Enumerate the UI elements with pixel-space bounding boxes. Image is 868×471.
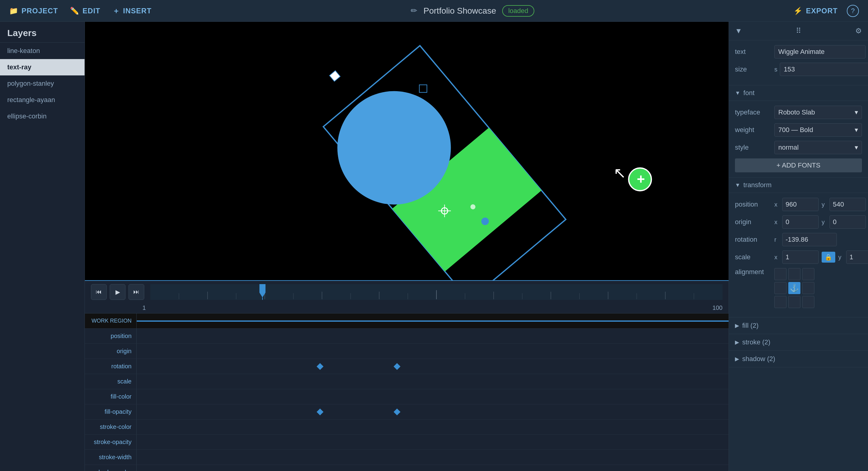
scale-row: scale x 🔒 y xyxy=(735,250,862,264)
insert-label: INSERT xyxy=(123,7,152,15)
fill-opacity-track[interactable] xyxy=(136,404,728,419)
layer-item-text-ray[interactable]: text-ray xyxy=(0,59,85,75)
work-region-label: WORK REGION xyxy=(85,318,136,324)
position-y-input[interactable] xyxy=(830,198,866,211)
origin-track[interactable] xyxy=(136,344,728,359)
timeline-row-stroke-opacity: stroke-opacity xyxy=(85,435,728,450)
keyframe-rotation-1[interactable] xyxy=(317,363,324,370)
timeline-controls: ⏮ ▶ ⏭ xyxy=(85,281,728,303)
rotation-r-input[interactable] xyxy=(782,233,837,246)
origin-y-input[interactable] xyxy=(830,215,866,229)
edit-button[interactable]: ✏️ EDIT xyxy=(70,7,100,15)
weight-dropdown[interactable]: 700 — Bold ▾ xyxy=(774,123,862,137)
timeline-content: position origin rotation xyxy=(85,329,728,471)
font-section-header[interactable]: ▼ font xyxy=(729,86,868,101)
export-button[interactable]: ⚡ EXPORT xyxy=(794,7,838,15)
typeface-value: Roboto Slab xyxy=(778,108,815,116)
help-button[interactable]: ? xyxy=(847,5,859,17)
layer-item-rectangle-ayaan[interactable]: rectangle-ayaan xyxy=(0,92,85,108)
origin-prop-label: origin xyxy=(735,218,771,226)
shadow-color-track[interactable] xyxy=(136,465,728,471)
style-dropdown[interactable]: normal ▾ xyxy=(774,141,862,154)
scale-lock-icon[interactable]: 🔒 xyxy=(822,252,835,263)
text-input[interactable] xyxy=(774,45,866,59)
position-x-input[interactable] xyxy=(782,198,818,211)
align-top-center[interactable] xyxy=(788,268,800,280)
timeline-row-stroke-width: stroke-width xyxy=(85,450,728,465)
align-bot-left[interactable] xyxy=(774,296,786,308)
grid-icon[interactable]: ⠿ xyxy=(796,27,801,35)
skip-forward-button[interactable]: ⏭ xyxy=(128,284,144,300)
timeline-start: 1 xyxy=(143,304,146,311)
align-bot-right[interactable] xyxy=(802,296,814,308)
stroke-label: stroke (2) xyxy=(742,338,770,346)
stroke-opacity-track[interactable] xyxy=(136,435,728,449)
shadow-section-header[interactable]: ▶ shadow (2) xyxy=(729,351,868,367)
right-panel: ▼ ⠿ ⚙ text size s ▼ font t xyxy=(728,22,868,471)
gear-icon[interactable]: ⚙ xyxy=(855,27,862,35)
svg-point-5 xyxy=(337,91,451,204)
edit-icon: ✏️ xyxy=(70,7,80,15)
alignment-grid-top xyxy=(774,268,814,280)
align-top-left[interactable] xyxy=(774,268,786,280)
alignment-grid-bottom xyxy=(774,296,814,308)
weight-value: 700 — Bold xyxy=(778,126,813,134)
scale-x-input[interactable] xyxy=(782,250,818,264)
origin-label: origin xyxy=(85,348,136,355)
stroke-chevron: ▶ xyxy=(735,339,739,346)
scale-y-input[interactable] xyxy=(846,250,868,264)
stroke-width-track[interactable] xyxy=(136,450,728,465)
project-button[interactable]: 📁 PROJECT xyxy=(9,7,58,15)
typeface-label: typeface xyxy=(735,108,771,116)
timeline-row-fill-color: fill-color xyxy=(85,389,728,404)
insert-button[interactable]: ＋ INSERT xyxy=(113,6,152,16)
timeline-row-position: position xyxy=(85,329,728,344)
size-prefix: s xyxy=(774,66,777,73)
timeline-row-stroke-color: stroke-color xyxy=(85,419,728,435)
typeface-dropdown[interactable]: Roboto Slab ▾ xyxy=(774,106,862,119)
fill-color-label: fill-color xyxy=(85,393,136,400)
y-label-pos: y xyxy=(822,201,828,208)
transform-section-header[interactable]: ▼ transform xyxy=(729,177,868,193)
font-section: typeface Roboto Slab ▾ weight 700 — Bold… xyxy=(729,101,868,177)
layer-item-ellipse-corbin[interactable]: ellipse-corbin xyxy=(0,108,85,125)
layer-item-polygon-stanley[interactable]: polygon-stanley xyxy=(0,75,85,92)
nav-center: ✏ Portfolio Showcase loaded xyxy=(164,5,781,16)
canvas-area[interactable]: + ↖ xyxy=(85,22,728,280)
align-mid-center[interactable]: ⚓ xyxy=(788,282,800,294)
stroke-color-track[interactable] xyxy=(136,419,728,434)
play-button[interactable]: ▶ xyxy=(110,284,125,300)
stroke-section-header[interactable]: ▶ stroke (2) xyxy=(729,334,868,351)
scale-track[interactable] xyxy=(136,374,728,389)
bottom-area: ⏮ ▶ ⏭ xyxy=(85,280,728,471)
add-fonts-button[interactable]: + ADD FONTS xyxy=(735,159,862,172)
work-region-track[interactable] xyxy=(136,313,728,328)
shadow-color-label: shadow-color xyxy=(85,469,136,471)
fill-color-track[interactable] xyxy=(136,389,728,404)
align-mid-right[interactable] xyxy=(802,282,814,294)
position-label: position xyxy=(85,333,136,340)
chevron-down-icon[interactable]: ▼ xyxy=(735,27,742,35)
skip-forward-icon: ⏭ xyxy=(133,288,140,295)
skip-back-icon: ⏮ xyxy=(96,288,102,295)
layer-item-line-keaton[interactable]: line-keaton xyxy=(0,43,85,59)
rotation-track[interactable] xyxy=(136,359,728,374)
alignment-grid-middle: ⚓ xyxy=(774,282,814,294)
fill-section-header[interactable]: ▶ fill (2) xyxy=(729,317,868,334)
keyframe-rotation-2[interactable] xyxy=(394,363,401,370)
timeline-row-scale: scale xyxy=(85,374,728,389)
timeline-row-rotation: rotation xyxy=(85,359,728,374)
keyframe-fill-opacity-1[interactable] xyxy=(317,408,324,415)
position-prop-label: position xyxy=(735,201,771,208)
align-bot-center[interactable] xyxy=(788,296,800,308)
keyframe-fill-opacity-2[interactable] xyxy=(394,408,401,415)
scale-prop-label: scale xyxy=(735,253,771,261)
scale-y-coord: y xyxy=(838,250,868,264)
align-top-right[interactable] xyxy=(802,268,814,280)
panel-top-icons: ▼ ⠿ ⚙ xyxy=(729,22,868,40)
size-input[interactable] xyxy=(780,63,868,76)
skip-back-button[interactable]: ⏮ xyxy=(91,284,107,300)
align-mid-left[interactable] xyxy=(774,282,786,294)
position-track[interactable] xyxy=(136,329,728,343)
origin-x-input[interactable] xyxy=(782,215,818,229)
